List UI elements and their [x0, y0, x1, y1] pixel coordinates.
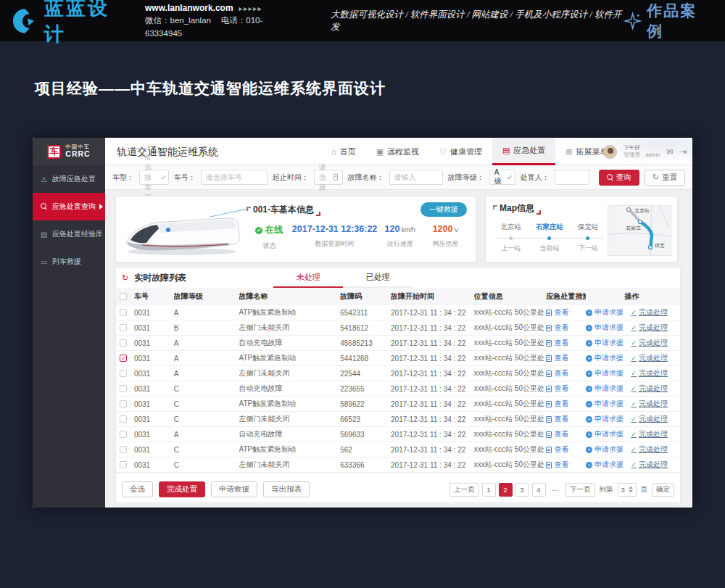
row-checkbox[interactable]	[120, 339, 127, 347]
reset-button[interactable]: ↻ 重置	[645, 170, 685, 186]
row-checkbox[interactable]	[120, 400, 127, 407]
cell-fault-level: A	[174, 431, 239, 439]
col-measures: 应急处置措施	[546, 291, 586, 302]
cell-start-time: 2017-12-31 11 : 34 : 22	[391, 370, 474, 378]
row-checkbox[interactable]	[120, 324, 127, 331]
complete-handling-link[interactable]: ✓完成处理	[631, 368, 668, 378]
row-checkbox[interactable]: ✓	[120, 355, 127, 362]
export-report-button[interactable]: 导出报表	[263, 481, 310, 497]
request-rescue-button[interactable]: 申请救援	[211, 481, 257, 497]
fault-level-select[interactable]: A级	[489, 170, 515, 185]
handler-input[interactable]	[555, 170, 589, 185]
speed-unit: km/h	[401, 226, 415, 233]
plus-circle-icon: +	[586, 355, 592, 362]
nav-item-home[interactable]: ⌂ 首页	[321, 138, 366, 165]
view-link[interactable]: 查看	[546, 414, 583, 424]
row-checkbox[interactable]	[120, 461, 127, 468]
time-range-picker[interactable]: 请选择	[314, 170, 343, 185]
nav-item-emergency[interactable]: ▤ 应急处置	[492, 138, 555, 165]
page-2-button[interactable]: 2	[499, 483, 513, 497]
row-checkbox[interactable]	[120, 415, 127, 423]
sidebar-item-emergency-query[interactable]: 应急处置查询	[33, 193, 105, 220]
services-list: 大数据可视化设计 / 软件界面设计 / 网站建设 / 手机及小程序设计 / 软件…	[331, 9, 624, 33]
select-all-button[interactable]: 全选	[122, 481, 153, 497]
page-4-button[interactable]: 4	[532, 483, 546, 497]
confirm-button[interactable]: 确定	[652, 483, 674, 497]
view-link[interactable]: 查看	[546, 323, 583, 333]
one-key-rescue-button[interactable]: 一键救援	[420, 202, 467, 217]
request-rescue-link[interactable]: +申请求援	[586, 444, 624, 455]
mail-icon[interactable]: ✉	[667, 147, 674, 157]
prev-page-button[interactable]: 上一页	[450, 483, 479, 497]
request-rescue-link[interactable]: +申请求援	[586, 460, 624, 470]
complete-handling-link[interactable]: ✓完成处理	[631, 323, 668, 333]
complete-handling-link[interactable]: ✓完成处理	[631, 444, 668, 455]
request-rescue-link[interactable]: +申请求援	[586, 429, 624, 439]
cell-start-time: 2017-12-31 11 : 34 : 22	[391, 400, 474, 408]
fault-name-input[interactable]	[389, 170, 443, 185]
complete-handling-button[interactable]: 完成处置	[159, 481, 205, 497]
search-button[interactable]: 查询	[599, 170, 639, 186]
request-rescue-link[interactable]: +申请求援	[586, 399, 624, 409]
chevron-down-icon	[162, 174, 166, 178]
page-1-button[interactable]: 1	[482, 483, 496, 497]
view-link[interactable]: 查看	[546, 460, 583, 470]
train-no-input[interactable]	[201, 170, 268, 185]
view-link[interactable]: 查看	[546, 429, 583, 439]
complete-handling-link[interactable]: ✓完成处理	[631, 460, 668, 470]
cell-fault-level: B	[174, 324, 239, 332]
nav-label: 应急处置	[513, 145, 545, 156]
sidebar-item-fault-emergency[interactable]: ⚠ 故障应急处置	[33, 165, 105, 193]
page-jump-stepper[interactable]: 3	[618, 483, 637, 497]
complete-handling-link[interactable]: ✓完成处理	[631, 338, 668, 348]
next-page-button[interactable]: 下一页	[566, 483, 595, 497]
fault-level-label: 故障等级：	[448, 173, 484, 183]
request-rescue-link[interactable]: +申请求援	[586, 338, 624, 348]
complete-handling-link[interactable]: ✓完成处理	[631, 384, 668, 394]
request-rescue-link[interactable]: +申请求援	[586, 414, 624, 424]
row-checkbox[interactable]	[120, 370, 127, 377]
sidebar-item-experience-library[interactable]: ▤ 应急处置经验库	[33, 220, 105, 248]
view-link[interactable]: 查看	[546, 307, 583, 318]
row-checkbox[interactable]	[120, 309, 127, 316]
nav-item-health[interactable]: ♡ 健康管理	[429, 138, 492, 165]
view-link[interactable]: 查看	[546, 368, 583, 378]
portfolio-link[interactable]: 作品案例	[624, 1, 712, 41]
complete-handling-link[interactable]: ✓完成处理	[631, 307, 668, 318]
request-rescue-link[interactable]: +申请求援	[586, 368, 624, 378]
view-link[interactable]: 查看	[546, 399, 583, 409]
row-checkbox[interactable]	[120, 385, 127, 392]
logout-icon[interactable]: ⇥	[680, 147, 687, 157]
heart-icon: ♡	[439, 147, 447, 157]
refresh-icon[interactable]: ↻	[122, 273, 128, 283]
avatar[interactable]	[603, 145, 617, 159]
request-rescue-link[interactable]: +申请求援	[586, 307, 624, 318]
mini-map[interactable]: 北京站 石家庄 保定	[608, 205, 671, 256]
user-role: 管理员：admin	[624, 152, 660, 159]
nav-item-remote-monitor[interactable]: ▣ 远程监视	[366, 138, 429, 165]
select-all-checkbox[interactable]	[120, 293, 127, 300]
page-3-button[interactable]: 3	[515, 483, 529, 497]
request-rescue-link[interactable]: +申请求援	[586, 353, 624, 363]
request-rescue-link[interactable]: +申请求援	[586, 384, 624, 394]
complete-handling-link[interactable]: ✓完成处理	[631, 429, 668, 439]
row-checkbox[interactable]	[120, 446, 127, 453]
request-rescue-link[interactable]: +申请求援	[586, 323, 624, 333]
sidebar-item-train-rescue[interactable]: ▭ 列车救援	[33, 248, 105, 276]
train-type-select[interactable]: 请选择车型	[139, 170, 169, 185]
tab-handled[interactable]: 已处理	[343, 268, 413, 288]
complete-handling-link[interactable]: ✓完成处理	[631, 353, 668, 363]
complete-handling-link[interactable]: ✓完成处理	[631, 414, 668, 424]
tab-unhandled[interactable]: 未处理	[273, 268, 343, 288]
col-actions: 操作	[586, 291, 680, 302]
view-link[interactable]: 查看	[546, 444, 583, 455]
station-dot-next	[586, 236, 589, 240]
row-checkbox[interactable]	[120, 431, 127, 438]
corner-bracket	[246, 207, 251, 211]
view-link[interactable]: 查看	[546, 384, 583, 394]
view-link[interactable]: 查看	[546, 338, 583, 348]
view-link[interactable]: 查看	[546, 353, 583, 363]
complete-handling-link[interactable]: ✓完成处理	[631, 399, 668, 409]
table-row: 0031A自动充电故障5696332017-12-31 11 : 34 : 22…	[116, 427, 680, 442]
stepper-arrows-icon[interactable]	[629, 486, 633, 492]
